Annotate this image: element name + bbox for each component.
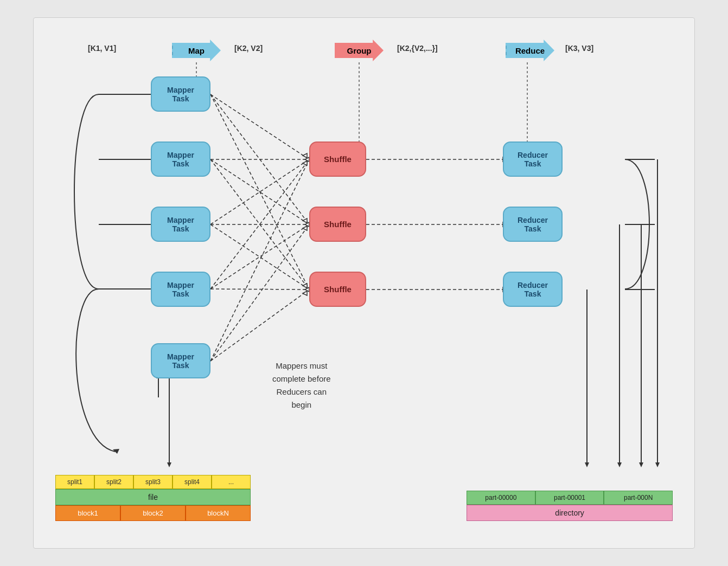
reducer-task-2: ReducerTask	[503, 207, 563, 242]
diagram-container: Map Group Reduce [K1, V1] [K2, V2] [K2,{…	[33, 17, 695, 549]
split-1: split1	[55, 475, 94, 489]
svg-marker-45	[639, 462, 643, 467]
reduce-arrow: Reduce	[506, 40, 554, 61]
split-ellipsis: ...	[212, 475, 251, 489]
k2v2-label: [K2, V2]	[234, 44, 263, 53]
info-text: Mappers mustcomplete beforeReducers canb…	[272, 359, 331, 411]
svg-marker-34	[303, 226, 307, 230]
output-directory-section: part-00000 part-00001 part-000N director…	[467, 491, 673, 521]
mapper-task-5: MapperTask	[151, 343, 210, 378]
k3v3-label: [K3, V3]	[565, 44, 593, 53]
svg-line-26	[210, 224, 309, 361]
reduce-label: Reduce	[515, 46, 545, 55]
file-label: file	[55, 489, 251, 505]
mapper-task-3: MapperTask	[151, 207, 210, 242]
svg-marker-31	[303, 153, 307, 158]
svg-line-14	[210, 94, 309, 224]
svg-line-24	[210, 289, 309, 290]
svg-line-25	[210, 159, 309, 361]
shuffle-1: Shuffle	[309, 142, 366, 177]
svg-line-17	[210, 159, 309, 224]
mapper-task-2: MapperTask	[151, 142, 210, 177]
parts-row: part-00000 part-00001 part-000N	[467, 491, 673, 505]
svg-line-22	[210, 159, 309, 289]
group-arrow: Group	[335, 40, 384, 61]
reducer-task-1: ReducerTask	[503, 142, 563, 177]
svg-marker-57	[167, 462, 171, 467]
svg-marker-36	[303, 291, 307, 295]
split-4: split4	[173, 475, 212, 489]
blocks-row: block1 block2 blockN	[55, 505, 251, 521]
splits-row: split1 split2 split3 split4 ...	[55, 475, 251, 489]
svg-marker-52	[617, 462, 622, 467]
svg-line-15	[210, 94, 309, 290]
k2v2b-label: [K2,{V2,...}]	[397, 44, 438, 53]
block-1: block1	[55, 505, 120, 521]
input-file-section: split1 split2 split3 split4 ... file blo…	[55, 475, 251, 521]
k1v1-label: [K1, V1]	[88, 44, 116, 53]
block-n: blockN	[186, 505, 251, 521]
svg-marker-28	[305, 157, 309, 162]
svg-marker-29	[305, 222, 309, 227]
svg-marker-30	[305, 287, 309, 292]
svg-line-23	[210, 224, 309, 289]
svg-line-21	[210, 224, 309, 290]
svg-marker-54	[655, 462, 660, 467]
shuffle-3: Shuffle	[309, 272, 366, 307]
svg-marker-33	[303, 218, 307, 223]
map-label: Map	[188, 46, 205, 55]
mapper-task-4: MapperTask	[151, 272, 210, 307]
split-3: split3	[133, 475, 173, 489]
part-000n: part-000N	[604, 491, 673, 505]
reducer-task-3: ReducerTask	[503, 272, 563, 307]
svg-line-18	[210, 159, 309, 290]
svg-line-27	[210, 290, 309, 361]
split-2: split2	[94, 475, 133, 489]
mapper-task-1: MapperTask	[151, 76, 210, 112]
shuffle-2: Shuffle	[309, 207, 366, 242]
svg-marker-35	[303, 284, 307, 288]
svg-marker-32	[303, 161, 307, 165]
svg-marker-55	[113, 449, 119, 454]
block-2: block2	[120, 505, 186, 521]
part-00000: part-00000	[467, 491, 535, 505]
svg-line-19	[210, 159, 309, 224]
svg-line-13	[210, 94, 309, 159]
svg-marker-50	[585, 462, 589, 467]
group-label: Group	[347, 46, 372, 55]
map-arrow: Map	[172, 40, 221, 61]
part-00001: part-00001	[535, 491, 604, 505]
directory-label: directory	[467, 505, 673, 521]
